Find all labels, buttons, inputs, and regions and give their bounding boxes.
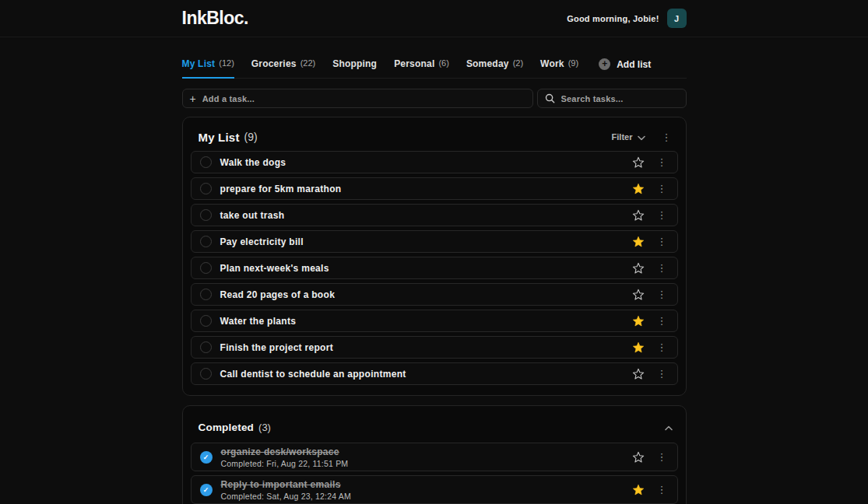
tab-count: (22) xyxy=(300,58,316,69)
task-title: Plan next-week's meals xyxy=(220,263,329,274)
tab-personal[interactable]: Personal (6) xyxy=(394,58,449,79)
search-icon xyxy=(545,93,555,103)
app-header: InkBloc. Good morning, Jobie! J xyxy=(0,0,868,37)
filter-label: Filter xyxy=(612,132,633,142)
task-menu-button[interactable]: ⋮ xyxy=(655,289,669,299)
add-list-button[interactable]: + Add list xyxy=(599,58,651,78)
tab-count: (2) xyxy=(513,58,523,69)
panel-menu-button[interactable]: ⋮ xyxy=(659,132,674,142)
completed-panel: Completed (3) ✓ organize desk/workspace … xyxy=(182,405,687,504)
star-icon[interactable] xyxy=(632,451,645,464)
task-title: Water the plants xyxy=(220,316,297,327)
tab-count: (6) xyxy=(438,58,448,69)
star-icon[interactable] xyxy=(632,183,645,195)
tab-count: (9) xyxy=(568,58,578,69)
task-list: Walk the dogs ⋮ prepare for 5km marathon… xyxy=(191,151,678,385)
tab-shopping[interactable]: Shopping xyxy=(332,58,377,79)
task-row: take out trash ⋮ xyxy=(191,204,678,226)
completed-panel-header: Completed (3) xyxy=(191,415,678,443)
star-icon[interactable] xyxy=(632,315,645,327)
task-checkbox[interactable] xyxy=(200,315,212,327)
my-list-panel: My List (9) Filter ⋮ Walk the dogs ⋮ xyxy=(182,117,687,396)
task-menu-button[interactable]: ⋮ xyxy=(655,157,669,167)
task-menu-button[interactable]: ⋮ xyxy=(655,236,669,247)
tab-my-list[interactable]: My List (12) xyxy=(182,58,234,79)
star-icon[interactable] xyxy=(632,156,645,169)
completed-task-row: ✓ Reply to important emails Completed: S… xyxy=(191,475,678,504)
completed-count: (3) xyxy=(258,422,271,433)
tab-someday[interactable]: Someday (2) xyxy=(466,58,523,79)
task-title: Walk the dogs xyxy=(220,157,286,168)
tab-label: Groceries xyxy=(251,58,297,69)
chevron-down-icon xyxy=(638,130,645,144)
task-row: Pay electricity bill ⋮ xyxy=(191,230,678,253)
filter-button[interactable]: Filter xyxy=(612,130,645,144)
task-checkbox[interactable] xyxy=(200,368,212,380)
task-menu-button[interactable]: ⋮ xyxy=(655,184,669,194)
panel-count: (9) xyxy=(244,131,258,143)
greeting-text: Good morning, Jobie! xyxy=(567,14,659,23)
task-row: Water the plants ⋮ xyxy=(191,310,678,332)
add-list-label: Add list xyxy=(617,59,651,70)
chevron-up-icon xyxy=(665,420,673,434)
star-icon[interactable] xyxy=(632,341,645,354)
task-menu-button[interactable]: ⋮ xyxy=(655,263,669,273)
star-icon[interactable] xyxy=(632,209,645,222)
avatar[interactable]: J xyxy=(667,9,687,28)
task-checkbox-checked[interactable]: ✓ xyxy=(200,484,213,496)
task-title: Call dentist to schedule an appointment xyxy=(220,369,406,380)
task-checkbox[interactable] xyxy=(200,341,212,353)
task-menu-button[interactable]: ⋮ xyxy=(655,210,669,220)
task-title: prepare for 5km marathon xyxy=(220,184,342,194)
tab-groceries[interactable]: Groceries (22) xyxy=(251,58,315,79)
star-icon[interactable] xyxy=(632,484,645,496)
task-title: Read 20 pages of a book xyxy=(220,289,336,300)
list-tab-bar: My List (12) Groceries (22) Shopping Per… xyxy=(182,58,687,79)
tab-work[interactable]: Work (9) xyxy=(540,58,578,79)
completed-title: Completed xyxy=(199,422,255,433)
task-row: prepare for 5km marathon ⋮ xyxy=(191,177,678,200)
task-checkbox[interactable] xyxy=(200,209,212,221)
task-title: Pay electricity bill xyxy=(220,236,304,247)
task-row: Walk the dogs ⋮ xyxy=(191,151,678,173)
task-checkbox[interactable] xyxy=(200,236,212,247)
task-menu-button[interactable]: ⋮ xyxy=(655,485,669,495)
task-menu-button[interactable]: ⋮ xyxy=(655,316,669,326)
task-title: Finish the project report xyxy=(220,342,334,353)
task-menu-button[interactable]: ⋮ xyxy=(655,452,669,462)
task-title: Reply to important emails xyxy=(221,479,352,490)
completed-task-row: ✓ organize desk/workspace Completed: Fri… xyxy=(191,443,678,471)
task-title: organize desk/workspace xyxy=(221,446,349,457)
task-row: Finish the project report ⋮ xyxy=(191,336,678,359)
star-icon[interactable] xyxy=(632,236,645,248)
star-icon[interactable] xyxy=(632,262,645,275)
search-input[interactable] xyxy=(561,94,679,103)
add-task-input[interactable] xyxy=(202,94,525,103)
tab-label: Work xyxy=(540,58,564,69)
task-checkbox[interactable] xyxy=(200,183,212,194)
tab-label: My List xyxy=(182,58,216,69)
tab-count: (12) xyxy=(219,58,234,69)
task-completed-timestamp: Completed: Sat, Aug 23, 12:24 AM xyxy=(221,492,352,501)
search-box xyxy=(537,89,687,108)
tab-label: Personal xyxy=(394,58,434,69)
task-title: take out trash xyxy=(220,210,285,221)
app-logo: InkBloc. xyxy=(182,8,248,29)
task-menu-button[interactable]: ⋮ xyxy=(655,369,669,379)
task-row: Plan next-week's meals ⋮ xyxy=(191,257,678,279)
task-checkbox-checked[interactable]: ✓ xyxy=(200,451,213,464)
add-task-box: + xyxy=(182,89,533,108)
star-icon[interactable] xyxy=(632,289,645,301)
star-icon[interactable] xyxy=(632,368,645,380)
task-completed-timestamp: Completed: Fri, Aug 22, 11:51 PM xyxy=(221,459,349,468)
completed-task-list: ✓ organize desk/workspace Completed: Fri… xyxy=(191,443,678,504)
task-checkbox[interactable] xyxy=(200,289,212,300)
tab-label: Shopping xyxy=(332,58,377,69)
tab-label: Someday xyxy=(466,58,509,69)
task-checkbox[interactable] xyxy=(200,262,212,274)
my-list-panel-header: My List (9) Filter ⋮ xyxy=(191,126,678,151)
task-menu-button[interactable]: ⋮ xyxy=(655,342,669,352)
tabs: My List (12) Groceries (22) Shopping Per… xyxy=(182,58,579,78)
task-checkbox[interactable] xyxy=(200,156,212,168)
collapse-button[interactable] xyxy=(663,418,674,436)
